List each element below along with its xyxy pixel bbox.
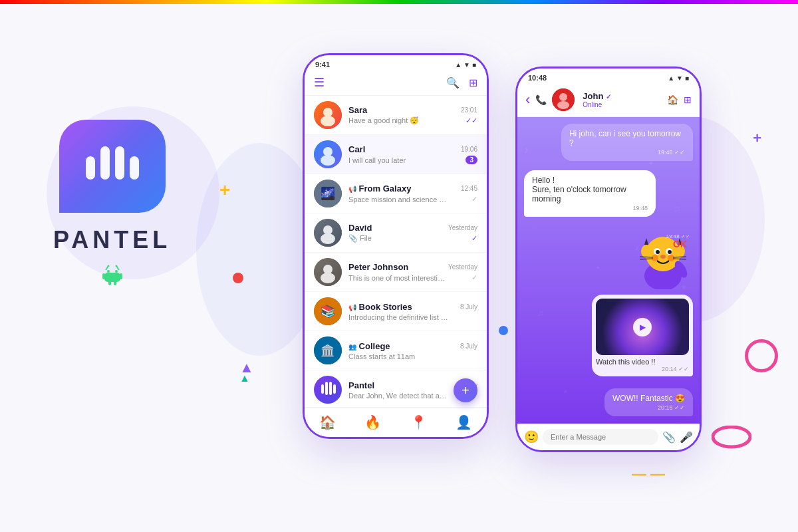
svg-line-70 bbox=[673, 259, 686, 259]
chat-content-carl: Carl 19:06 I will call you later 3 bbox=[348, 144, 477, 164]
chat-content-galaxy: 📢 From Galaxy 12:45 Space mission and sc… bbox=[348, 184, 477, 203]
svg-point-5 bbox=[115, 270, 118, 273]
nav-home[interactable]: 🏠 bbox=[319, 414, 336, 430]
status-bar-right: 10:48 ▲ ▼ ■ bbox=[517, 68, 700, 84]
attachment-button[interactable]: 📎 bbox=[662, 431, 676, 444]
chat-item-book[interactable]: 📚 📢 Book Stories 8 July Introducing the … bbox=[305, 292, 487, 331]
chat-name-carl: Carl bbox=[348, 144, 365, 154]
logo-dot-1 bbox=[86, 156, 95, 180]
svg-point-16 bbox=[323, 108, 332, 117]
chat-item-sara[interactable]: Sara 23:01 Have a good night 😴 ✓✓ bbox=[305, 96, 487, 135]
status-bar-left: 9:41 ▲ ▼ ■ bbox=[305, 55, 487, 71]
play-button[interactable]: ▶ bbox=[633, 318, 652, 336]
svg-point-14 bbox=[115, 265, 117, 267]
menu-icon-right[interactable]: ⊞ bbox=[684, 94, 692, 105]
search-icon[interactable]: 🔍 bbox=[446, 76, 460, 89]
check-david: ✓ bbox=[471, 234, 477, 243]
deco-yellow-dash-2: — — bbox=[632, 466, 665, 483]
svg-point-56 bbox=[641, 245, 652, 258]
phone-right: 10:48 ▲ ▼ ■ ‹ 📞 John ✓ Online 🏠 ⊞ bbox=[515, 66, 702, 452]
chat-content-david: David Yesterday 📎 File ✓ bbox=[348, 223, 477, 243]
badge-carl: 3 bbox=[466, 156, 477, 164]
home-icon[interactable]: 🏠 bbox=[667, 94, 678, 105]
logo-text: PANTEL bbox=[53, 226, 171, 254]
logo-bubble bbox=[59, 120, 166, 213]
voice-button[interactable]: 🎤 bbox=[680, 431, 693, 444]
emoji-button[interactable]: 🙂 bbox=[524, 430, 539, 444]
chat-name-college: 👥 College bbox=[348, 341, 390, 351]
svg-rect-36 bbox=[333, 384, 336, 394]
svg-marker-58 bbox=[644, 238, 648, 245]
logo-area: PANTEL bbox=[53, 120, 171, 291]
avatar-david bbox=[314, 219, 342, 247]
message-input[interactable] bbox=[543, 429, 658, 445]
svg-line-69 bbox=[673, 257, 686, 257]
menu-icon[interactable]: ☰ bbox=[314, 75, 325, 90]
nav-location[interactable]: 📍 bbox=[410, 414, 427, 430]
chat-name-galaxy: 📢 From Galaxy bbox=[348, 184, 411, 194]
svg-point-20 bbox=[321, 155, 335, 166]
nav-trending[interactable]: 🔥 bbox=[364, 414, 381, 430]
svg-text:♪: ♪ bbox=[524, 145, 529, 155]
avatar-book: 📚 bbox=[314, 297, 342, 325]
chat-item-david[interactable]: David Yesterday 📎 File ✓ bbox=[305, 213, 487, 253]
avatar-peter bbox=[314, 258, 342, 286]
nav-profile[interactable]: 👤 bbox=[456, 414, 472, 430]
avatar-sara bbox=[314, 101, 342, 129]
android-icon bbox=[100, 262, 124, 291]
fab-button[interactable]: + bbox=[454, 378, 477, 402]
chat-item-peter[interactable]: Peter Johnson Yesterday This is one of m… bbox=[305, 253, 487, 292]
bottom-nav: 🏠 🔥 📍 👤 bbox=[305, 407, 487, 437]
svg-text:📚: 📚 bbox=[321, 304, 336, 319]
svg-line-68 bbox=[640, 259, 653, 259]
chat-list: Sara 23:01 Have a good night 😴 ✓✓ Carl bbox=[305, 96, 487, 407]
chat-content-sara: Sara 23:01 Have a good night 😴 ✓✓ bbox=[348, 105, 477, 125]
rainbow-bar bbox=[0, 0, 798, 4]
svg-point-40 bbox=[559, 93, 567, 101]
edit-icon[interactable]: ⊞ bbox=[469, 76, 477, 89]
svg-point-19 bbox=[323, 147, 332, 156]
svg-text:☆: ☆ bbox=[531, 225, 537, 233]
svg-point-4 bbox=[107, 270, 110, 273]
check-galaxy: ✓ bbox=[471, 195, 477, 203]
svg-point-64 bbox=[656, 250, 660, 254]
chat-view-header: ‹ 📞 John ✓ Online 🏠 ⊞ bbox=[517, 84, 700, 117]
chat-item-galaxy[interactable]: 🌌 📢 From Galaxy 12:45 Space mission and … bbox=[305, 174, 487, 213]
message-1: Hi john, can i see you tomorrow ? 19:46 … bbox=[561, 124, 693, 161]
chat-content-book: 📢 Book Stories 8 July Introducing the de… bbox=[348, 302, 477, 321]
chat-background: ♪ ✦ ★ ♬ ☆ ♪ ✦ ★ ♬ ✦ ♪ ★ bbox=[517, 117, 700, 424]
svg-rect-34 bbox=[325, 382, 328, 395]
message-video: ▶ Watch this video !! 20:14 ✓✓ bbox=[592, 295, 693, 376]
time-left: 9:41 bbox=[315, 61, 330, 68]
avatar-galaxy: 🌌 bbox=[314, 180, 342, 207]
check-sara: ✓✓ bbox=[466, 116, 477, 125]
svg-text:★: ★ bbox=[563, 388, 569, 395]
avatar-pantel bbox=[314, 376, 342, 404]
avatar-carl bbox=[314, 140, 342, 168]
svg-point-65 bbox=[668, 250, 672, 254]
call-button[interactable]: 📞 bbox=[535, 94, 547, 105]
header-right-icons: 🏠 ⊞ bbox=[667, 94, 692, 105]
msg-text-1: Hi john, can i see you tomorrow ? bbox=[569, 129, 685, 148]
status-icons-left: ▲ ▼ ■ bbox=[455, 61, 476, 68]
msg-text-2: Hello !Sure, ten o'clock tomorrow mornin… bbox=[532, 176, 648, 203]
chat-name-pantel: Pantel bbox=[348, 380, 374, 390]
back-button[interactable]: ‹ bbox=[525, 91, 530, 108]
logo-dot-2 bbox=[100, 146, 110, 180]
contact-status: Online bbox=[583, 101, 662, 108]
svg-rect-9 bbox=[108, 281, 111, 285]
svg-rect-33 bbox=[321, 384, 324, 394]
phone-left: 9:41 ▲ ▼ ■ ☰ 🔍 ⊞ bbox=[303, 53, 489, 439]
chat-name-peter: Peter Johnson bbox=[348, 262, 408, 272]
chat-item-college[interactable]: 🏛️ 👥 College 8 July Class starts at 11am bbox=[305, 331, 487, 370]
svg-rect-35 bbox=[329, 382, 332, 395]
chat-item-carl[interactable]: Carl 19:06 I will call you later 3 bbox=[305, 135, 487, 174]
svg-point-13 bbox=[107, 265, 109, 267]
msg-time-video: 20:14 ✓✓ bbox=[596, 366, 689, 372]
svg-rect-6 bbox=[104, 273, 120, 282]
svg-text:♬: ♬ bbox=[674, 203, 680, 213]
chat-content-peter: Peter Johnson Yesterday This is one of m… bbox=[348, 262, 477, 282]
msg-time-2: 19:48 bbox=[532, 205, 648, 211]
svg-point-66 bbox=[660, 255, 666, 259]
video-thumbnail[interactable]: ▶ bbox=[596, 299, 689, 355]
